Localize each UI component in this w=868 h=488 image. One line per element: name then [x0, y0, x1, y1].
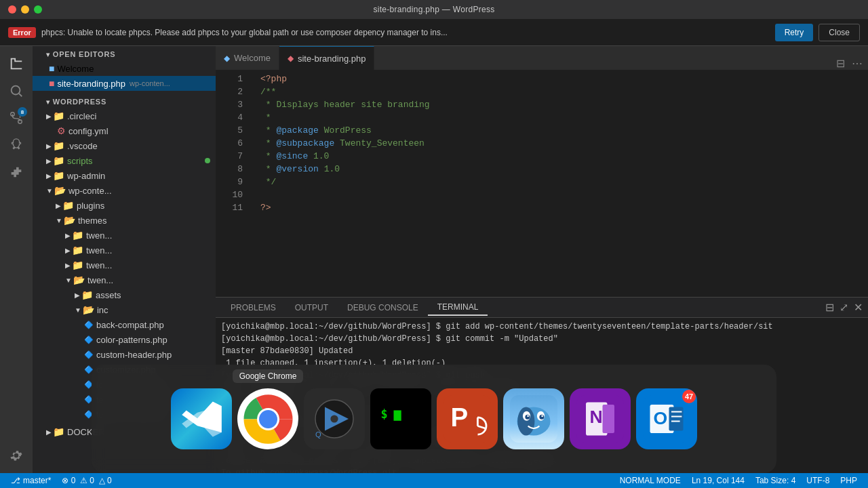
sidebar-item-welcome[interactable]: ■ Welcome [33, 61, 216, 76]
minimize-button[interactable] [21, 5, 29, 14]
status-encoding[interactable]: UTF-8 [801, 473, 835, 488]
branch-icon: ⎇ [11, 476, 20, 485]
explorer-activity-icon[interactable] [4, 52, 28, 76]
debug-console-tab[interactable]: DEBUG CONSOLE [338, 300, 428, 315]
source-control-badge: 8 [18, 107, 27, 117]
tree-item-twen3[interactable]: ▶ 📁 twen... [33, 258, 216, 272]
terminal-tab[interactable]: TERMINAL [428, 300, 488, 316]
tree-item-inc[interactable]: ▼ 📂 inc [33, 302, 216, 317]
svg-point-27 [541, 415, 543, 417]
svg-point-0 [12, 86, 20, 95]
more-options-icon[interactable]: ⋯ [852, 57, 863, 70]
title-bar: site-branding.php — WordPress [0, 0, 868, 19]
tree-item-circleci[interactable]: ▶ 📁 .circleci [33, 108, 216, 123]
tree-item-twen2[interactable]: ▶ 📁 twen... [33, 243, 216, 258]
svg-text:N: N [590, 407, 603, 427]
dock-item-powerpoint[interactable]: P [437, 388, 498, 449]
terminal-maximize-icon[interactable]: ⤢ [840, 301, 848, 314]
settings-activity-icon[interactable] [4, 443, 28, 468]
status-language[interactable]: PHP [835, 473, 863, 488]
editor-toolbar-icons: ⊟ ⋯ [836, 57, 868, 70]
tree-item-wp-admin[interactable]: ▶ 📁 wp-admin [33, 168, 216, 183]
tab-welcome[interactable]: ◆ Welcome [216, 46, 279, 70]
wordpress-header[interactable]: ▾ WORDPRESS [33, 94, 216, 108]
editor-tabs: ◆ Welcome ◆ site-branding.php ⊟ ⋯ [216, 46, 868, 70]
status-branch[interactable]: ⎇ master* [5, 473, 56, 488]
powerpoint-app-icon: P [437, 388, 498, 449]
code-content[interactable]: <?php /** * Displays header site brandin… [250, 70, 859, 297]
dock-overlay: Google Chrome [92, 365, 776, 473]
tree-item-color-patterns[interactable]: 🔷 color-patterns.php [33, 332, 216, 347]
dock-item-outlook[interactable]: O 47 [636, 388, 697, 449]
terminal-split-icon[interactable]: ⊟ [825, 301, 834, 314]
error-badge: Error [8, 27, 36, 38]
close-banner-button[interactable]: Close [818, 24, 860, 41]
tree-item-plugins[interactable]: ▶ 📁 plugins [33, 198, 216, 213]
status-line-col[interactable]: Ln 19, Col 144 [686, 473, 750, 488]
tree-item-custom-header[interactable]: 🔷 custom-header.php [33, 347, 216, 362]
maximize-button[interactable] [34, 5, 42, 14]
status-errors[interactable]: ⊗ 0 ⚠ 0 △ 0 [56, 473, 117, 488]
tree-item-twen4[interactable]: ▼ 📂 twen... [33, 272, 216, 287]
outlook-app-icon: O 47 [636, 388, 697, 449]
terminal-app-icon: $ [370, 388, 431, 449]
code-editor: 12345 678910 11 <?php /** * Displays hea… [216, 70, 868, 297]
dock-item-terminal[interactable]: $ [370, 388, 431, 449]
svg-text:Q: Q [315, 430, 321, 439]
extensions-activity-icon[interactable] [4, 160, 28, 184]
svg-rect-13 [394, 410, 401, 420]
dock-item-vscode[interactable] [171, 388, 232, 449]
traffic-lights [8, 5, 42, 14]
quickplayer-app-icon: Q [304, 388, 365, 449]
tree-item-back-compat[interactable]: 🔷 back-compat.php [33, 317, 216, 332]
tree-item-twen1[interactable]: ▶ 📁 twen... [33, 228, 216, 243]
onenote-app-icon: N [570, 388, 631, 449]
bottom-tab-actions: ⊟ ⤢ ✕ [825, 301, 863, 314]
open-editors-header[interactable]: ▾ OPEN EDITORS [33, 46, 216, 61]
svg-line-1 [19, 94, 22, 96]
debug-activity-icon[interactable] [4, 133, 28, 157]
error-banner: Error phpcs: Unable to locate phpcs. Ple… [0, 19, 868, 46]
editor-scrollbar[interactable] [859, 70, 868, 297]
svg-point-6 [259, 410, 277, 428]
dock-item-chrome[interactable]: Google Chrome [237, 388, 298, 449]
retry-button[interactable]: Retry [775, 24, 814, 41]
svg-text:P: P [451, 403, 469, 432]
problems-tab[interactable]: PROBLEMS [221, 300, 285, 315]
source-control-activity-icon[interactable]: 8 [4, 106, 28, 130]
search-activity-icon[interactable] [4, 79, 28, 103]
tree-item-wp-content[interactable]: ▼ 📂 wp-conte... [33, 183, 216, 198]
dock-item-finder[interactable] [503, 388, 564, 449]
tree-item-scripts[interactable]: ▶ 📁 scripts [33, 153, 216, 168]
tree-item-vscode[interactable]: ▶ 📁 .vscode [33, 138, 216, 153]
activity-bar: 8 [0, 46, 33, 473]
tree-item-assets[interactable]: ▶ 📁 assets [33, 287, 216, 302]
dock-icons: Google Chrome [157, 388, 711, 449]
close-button[interactable] [8, 5, 16, 14]
window-title: site-branding.php — WordPress [373, 5, 494, 14]
status-tab-size[interactable]: Tab Size: 4 [750, 473, 801, 488]
status-mode[interactable]: NORMAL MODE [614, 473, 686, 488]
welcome-tab-icon: ◆ [224, 54, 230, 63]
output-tab[interactable]: OUTPUT [285, 300, 338, 315]
status-bar: ⎇ master* ⊗ 0 ⚠ 0 △ 0 NORMAL MODE Ln 19,… [0, 473, 868, 488]
chrome-tooltip: Google Chrome [233, 369, 304, 383]
terminal-close-icon[interactable]: ✕ [854, 301, 863, 314]
sidebar-item-site-branding[interactable]: ■ site-branding.php wp-conten... [33, 76, 216, 91]
svg-text:$: $ [381, 407, 388, 421]
tab-site-branding[interactable]: ◆ site-branding.php [279, 46, 374, 70]
outlook-badge: 47 [682, 390, 696, 403]
vscode-app-icon [171, 388, 232, 449]
dock-item-quickplayer[interactable]: Q [304, 388, 365, 449]
tree-item-config-yml[interactable]: ⚙ config.yml [33, 123, 216, 138]
tree-item-themes[interactable]: ▼ 📂 themes [33, 213, 216, 228]
php-tab-icon: ◆ [288, 54, 294, 63]
svg-point-9 [330, 415, 338, 422]
svg-point-21 [517, 407, 534, 436]
terminal-line: [yoichika@mbp.local:~/dev/github/WordPre… [221, 333, 863, 345]
svg-rect-34 [669, 407, 684, 431]
split-editor-icon[interactable]: ⊟ [836, 57, 845, 70]
dock-item-onenote[interactable]: N [570, 388, 631, 449]
finder-app-icon [503, 388, 564, 449]
svg-rect-30 [603, 405, 615, 433]
